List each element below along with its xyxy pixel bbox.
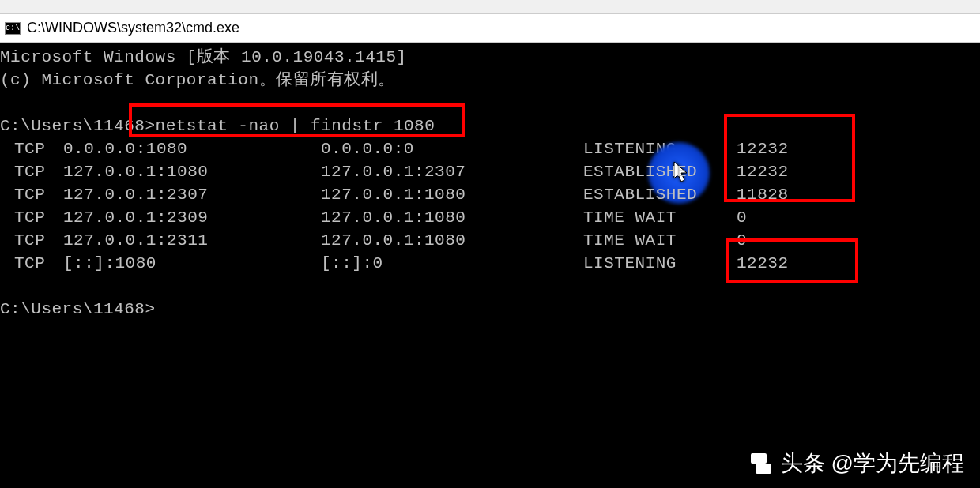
local-addr-cell: 127.0.0.1:2307	[63, 183, 321, 206]
pid-cell: 12232	[737, 137, 831, 160]
local-addr-cell: 0.0.0.0:1080	[63, 137, 321, 160]
state-cell: ESTABLISHED	[583, 183, 737, 206]
local-addr-cell: 127.0.0.1:2311	[63, 229, 321, 252]
table-row: TCP 127.0.0.1:2311 127.0.0.1:1080 TIME_W…	[0, 229, 980, 252]
table-row: TCP 127.0.0.1:2309 127.0.0.1:1080 TIME_W…	[0, 206, 980, 229]
foreign-addr-cell: 127.0.0.1:1080	[321, 229, 583, 252]
tab-bar	[0, 0, 980, 14]
blank-line	[0, 275, 980, 298]
pid-cell: 12232	[737, 252, 831, 275]
foreign-addr-cell: 127.0.0.1:1080	[321, 183, 583, 206]
pid-cell: 0	[737, 206, 831, 229]
foreign-addr-cell: 127.0.0.1:1080	[321, 206, 583, 229]
proto-cell: TCP	[0, 137, 63, 160]
watermark: 头条 @学为先编程	[748, 449, 964, 479]
copyright-line: (c) Microsoft Corporation。保留所有权利。	[0, 69, 980, 92]
local-addr-cell: 127.0.0.1:1080	[63, 160, 321, 183]
proto-cell: TCP	[0, 229, 63, 252]
pid-cell: 12232	[737, 160, 831, 183]
pid-cell: 0	[737, 229, 831, 252]
foreign-addr-cell: [::]:0	[321, 252, 583, 275]
proto-cell: TCP	[0, 252, 63, 275]
proto-cell: TCP	[0, 206, 63, 229]
watermark-handle: @学为先编程	[831, 449, 964, 479]
command-prompt-line: C:\Users\11468>netstat -nao | findstr 10…	[0, 114, 980, 137]
terminal-area[interactable]: Microsoft Windows [版本 10.0.19043.1415] (…	[0, 43, 980, 488]
foreign-addr-cell: 127.0.0.1:2307	[321, 160, 583, 183]
os-version-line: Microsoft Windows [版本 10.0.19043.1415]	[0, 46, 980, 69]
window-title: C:\WINDOWS\system32\cmd.exe	[27, 20, 239, 36]
watermark-brand: 头条	[781, 449, 825, 479]
prompt-prefix: C:\Users\11468>	[0, 117, 156, 135]
local-addr-cell: [::]:1080	[63, 252, 321, 275]
toutiao-icon	[748, 450, 775, 477]
table-row: TCP 0.0.0.0:1080 0.0.0.0:0 LISTENING 122…	[0, 137, 980, 160]
window-title-bar: c:\ C:\WINDOWS\system32\cmd.exe	[0, 14, 980, 43]
prompt-line-2: C:\Users\11468>	[0, 298, 980, 321]
foreign-addr-cell: 0.0.0.0:0	[321, 137, 583, 160]
state-cell: LISTENING	[583, 252, 737, 275]
local-addr-cell: 127.0.0.1:2309	[63, 206, 321, 229]
blank-line	[0, 92, 980, 114]
cmd-icon: c:\	[5, 22, 21, 35]
proto-cell: TCP	[0, 160, 63, 183]
state-cell: TIME_WAIT	[583, 206, 737, 229]
state-cell: TIME_WAIT	[583, 229, 737, 252]
state-cell: ESTABLISHED	[583, 160, 737, 183]
table-row: TCP [::]:1080 [::]:0 LISTENING 12232	[0, 252, 980, 275]
table-row: TCP 127.0.0.1:1080 127.0.0.1:2307 ESTABL…	[0, 160, 980, 183]
table-row: TCP 127.0.0.1:2307 127.0.0.1:1080 ESTABL…	[0, 183, 980, 206]
proto-cell: TCP	[0, 183, 63, 206]
pid-cell: 11828	[737, 183, 831, 206]
command-text: netstat -nao | findstr 1080	[156, 117, 435, 135]
